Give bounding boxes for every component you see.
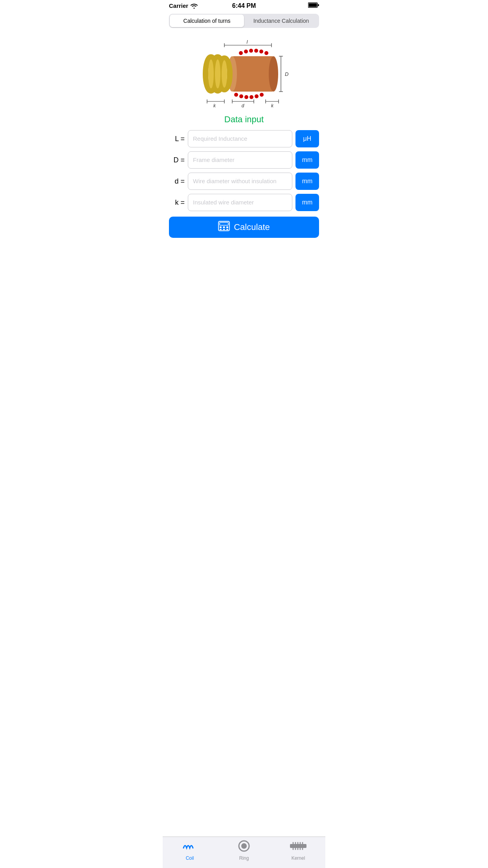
carrier-label: Carrier	[169, 2, 188, 9]
label-L: L =	[169, 135, 185, 143]
label-D: D =	[169, 156, 185, 164]
svg-point-10	[269, 56, 278, 92]
svg-point-26	[250, 95, 253, 99]
svg-text:k: k	[213, 103, 216, 108]
svg-text:d: d	[242, 103, 244, 108]
status-time: 6:44 PM	[232, 2, 256, 9]
input-L[interactable]	[188, 130, 292, 147]
svg-point-16	[208, 59, 214, 88]
unit-btn-D[interactable]: mm	[295, 151, 319, 169]
input-row-D: D = mm	[169, 151, 319, 169]
svg-point-14	[222, 60, 227, 88]
unit-btn-L[interactable]: μH	[295, 130, 319, 147]
input-row-L: L = μH	[169, 130, 319, 147]
input-row-k: k = mm	[169, 194, 319, 211]
input-k[interactable]	[188, 194, 292, 211]
tab-inductance-calculation[interactable]: Inductance Calculation	[244, 15, 318, 27]
svg-point-23	[234, 93, 238, 97]
unit-btn-k[interactable]: mm	[295, 194, 319, 211]
unit-btn-d[interactable]: mm	[295, 173, 319, 190]
svg-rect-51	[223, 229, 225, 230]
data-input-title: Data input	[163, 114, 325, 125]
svg-point-18	[244, 50, 248, 53]
svg-point-27	[255, 94, 259, 98]
tab-calculation-of-turns[interactable]: Calculation of turns	[170, 15, 244, 27]
input-row-d: d = mm	[169, 173, 319, 190]
battery-icon	[308, 2, 319, 8]
input-D[interactable]	[188, 151, 292, 169]
svg-rect-46	[220, 223, 228, 225]
calculate-label: Calculate	[234, 222, 270, 232]
svg-rect-1	[309, 4, 317, 7]
svg-point-15	[215, 59, 220, 88]
svg-rect-8	[232, 56, 273, 92]
svg-point-24	[239, 94, 243, 98]
wifi-icon	[191, 3, 198, 9]
calculator-icon	[218, 221, 230, 234]
svg-text:D: D	[285, 71, 288, 77]
status-bar: Carrier 6:44 PM	[163, 0, 325, 11]
label-d: d =	[169, 177, 185, 186]
coil-diagram-container: l	[163, 33, 325, 114]
svg-point-20	[254, 49, 258, 53]
svg-point-21	[259, 50, 263, 53]
svg-point-22	[264, 51, 268, 55]
status-left: Carrier	[169, 2, 198, 9]
svg-text:k: k	[271, 103, 274, 108]
coil-diagram: l	[193, 37, 295, 111]
label-k: k =	[169, 199, 185, 207]
svg-point-28	[260, 93, 264, 97]
svg-rect-52	[226, 229, 228, 230]
svg-rect-47	[220, 226, 222, 228]
svg-point-17	[239, 51, 243, 55]
svg-rect-48	[223, 226, 225, 228]
segment-control: Calculation of turns Inductance Calculat…	[169, 14, 319, 28]
status-right	[308, 2, 319, 9]
svg-point-19	[249, 49, 253, 53]
calculate-button[interactable]: Calculate	[169, 217, 319, 238]
svg-rect-50	[220, 229, 222, 230]
input-d[interactable]	[188, 173, 292, 190]
svg-rect-49	[226, 226, 228, 228]
svg-rect-2	[318, 4, 319, 6]
svg-point-25	[244, 95, 248, 99]
calculator-svg	[218, 221, 230, 231]
